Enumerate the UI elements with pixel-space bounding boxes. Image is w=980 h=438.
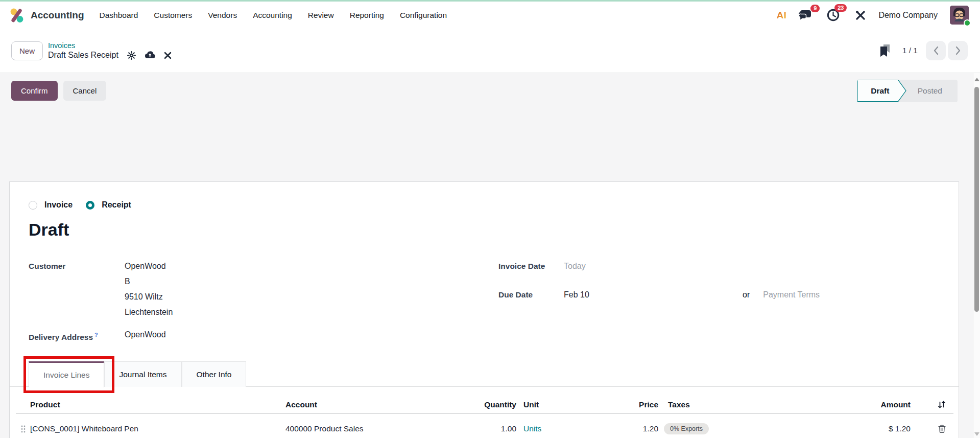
menu-reporting[interactable]: Reporting	[350, 11, 384, 20]
cancel-button[interactable]: Cancel	[63, 81, 107, 101]
delivery-address-row: Delivery Address? OpenWood	[29, 327, 173, 345]
tab-invoice-lines[interactable]: Invoice Lines	[29, 361, 104, 387]
header-price: Price	[626, 400, 658, 409]
top-navbar: Accounting Dashboard Customers Vendors A…	[0, 2, 980, 29]
accounting-app-logo-icon	[8, 7, 26, 24]
scrollbar-thumb[interactable]	[974, 87, 979, 312]
or-separator: or	[743, 287, 750, 303]
tab-journal-items[interactable]: Journal Items	[104, 361, 181, 387]
messages-badge: 9	[810, 5, 820, 12]
menu-vendors[interactable]: Vendors	[208, 11, 237, 20]
invoice-date-row: Invoice Date Today	[498, 259, 820, 274]
menu-customers[interactable]: Customers	[154, 11, 192, 20]
chat-bubbles-icon	[799, 9, 812, 21]
header-account: Account	[285, 400, 479, 409]
header-taxes: Taxes	[658, 400, 830, 409]
address-line[interactable]: 9510 Wiltz	[125, 289, 173, 305]
state-draft[interactable]: Draft	[857, 80, 906, 102]
scroll-up-arrow[interactable]	[974, 78, 979, 81]
document-title: Draft	[29, 220, 69, 240]
app-title: Accounting	[31, 10, 84, 21]
invoice-radio[interactable]	[29, 201, 37, 210]
due-date-input[interactable]: Feb 10	[564, 287, 743, 303]
vertical-scrollbar[interactable]	[973, 73, 980, 438]
cell-product[interactable]: [CONS_0001] Whiteboard Pen	[30, 424, 285, 433]
due-date-row: Due Date Feb 10 or Payment Terms	[498, 287, 820, 303]
discard-x-icon[interactable]	[164, 52, 172, 59]
table-header-row: Product Account Quantity Unit Price Taxe…	[16, 396, 953, 414]
online-status-dot	[964, 19, 971, 27]
pager-next-button[interactable]	[948, 41, 968, 60]
gear-icon[interactable]	[127, 51, 136, 60]
help-hint-icon: ?	[94, 332, 98, 338]
control-panel: New Invoices Draft Sales Receipt	[0, 29, 980, 73]
due-date-label: Due Date	[498, 287, 564, 303]
pager-count: 1 / 1	[902, 46, 918, 55]
app-switcher[interactable]: Accounting	[8, 7, 84, 24]
ai-icon: AI	[776, 10, 786, 21]
bookmark-icon[interactable]	[879, 44, 891, 57]
breadcrumb: Invoices Draft Sales Receipt	[48, 41, 172, 60]
pager-previous-button[interactable]	[926, 41, 946, 60]
header-unit: Unit	[516, 400, 626, 409]
drag-handle-icon[interactable]	[16, 425, 30, 433]
main-menu: Dashboard Customers Vendors Accounting R…	[100, 11, 447, 20]
statusbar-states: Draft Posted	[857, 80, 958, 102]
notebook-tabs: Invoice Lines Journal Items Other Info	[29, 361, 246, 387]
delete-row-button[interactable]	[911, 424, 953, 433]
activities-button[interactable]: 23	[827, 9, 840, 21]
invoice-date-label: Invoice Date	[498, 259, 564, 274]
state-posted[interactable]: Posted	[906, 80, 958, 102]
header-quantity: Quantity	[479, 400, 516, 409]
messages-button[interactable]: 9	[799, 9, 812, 21]
invoice-lines-table: Product Account Quantity Unit Price Taxe…	[16, 396, 953, 438]
move-type-selector: Invoice Receipt	[29, 200, 137, 210]
receipt-radio-label[interactable]: Receipt	[102, 200, 131, 210]
cell-account[interactable]: 400000 Product Sales	[285, 424, 479, 433]
invoice-radio-label[interactable]: Invoice	[44, 200, 73, 210]
table-row: [CONS_0001] Whiteboard Pen 400000 Produc…	[16, 414, 953, 438]
customer-value[interactable]: OpenWood	[125, 259, 166, 274]
window-top-strip	[0, 0, 980, 2]
address-line[interactable]: Liechtenstein	[125, 305, 173, 320]
cell-price[interactable]: 1.20	[626, 424, 658, 433]
adjust-columns-icon[interactable]	[911, 400, 953, 409]
receipt-radio[interactable]	[86, 201, 94, 210]
new-button[interactable]: New	[11, 41, 43, 60]
menu-accounting[interactable]: Accounting	[253, 11, 292, 20]
form-sheet: Invoice Receipt Draft Customer OpenWood …	[9, 181, 959, 438]
form-status-row: Confirm Cancel Draft Posted	[0, 73, 980, 108]
scroll-down-arrow[interactable]	[974, 432, 979, 436]
tax-badge[interactable]: 0% Exports	[664, 423, 709, 434]
menu-configuration[interactable]: Configuration	[400, 11, 447, 20]
cell-unit-link[interactable]: Units	[523, 424, 541, 433]
customer-label: Customer	[29, 259, 125, 274]
address-line[interactable]: B	[125, 274, 173, 289]
header-amount: Amount	[830, 400, 911, 409]
chevron-left-icon	[933, 46, 939, 55]
breadcrumb-current-title: Draft Sales Receipt	[48, 51, 118, 60]
confirm-button[interactable]: Confirm	[11, 81, 58, 101]
menu-review[interactable]: Review	[308, 11, 334, 20]
header-product: Product	[30, 400, 285, 409]
tools-button[interactable]	[855, 10, 866, 21]
ai-button[interactable]: AI	[776, 10, 786, 21]
customer-field-row: Customer OpenWood	[29, 259, 173, 274]
customer-address: B 9510 Wiltz Liechtenstein	[125, 274, 173, 320]
invoice-date-input[interactable]: Today	[564, 259, 586, 274]
crossed-tools-icon	[855, 10, 866, 21]
company-menu[interactable]: Demo Company	[878, 11, 938, 20]
chevron-right-icon	[955, 46, 961, 55]
payment-terms-input[interactable]: Payment Terms	[763, 287, 820, 303]
cell-amount: $ 1.20	[830, 424, 911, 433]
delivery-address-value[interactable]: OpenWood	[125, 327, 166, 345]
cloud-upload-icon[interactable]	[145, 51, 155, 60]
cell-quantity[interactable]: 1.00	[479, 424, 516, 433]
menu-dashboard[interactable]: Dashboard	[100, 11, 138, 20]
breadcrumb-invoices-link[interactable]: Invoices	[48, 41, 172, 50]
tab-other-info[interactable]: Other Info	[182, 361, 247, 387]
form-view-area: Confirm Cancel Draft Posted Invoice Rece…	[0, 73, 980, 438]
trash-icon	[938, 424, 946, 433]
delivery-address-label: Delivery Address?	[29, 327, 125, 345]
user-avatar[interactable]	[950, 6, 969, 25]
